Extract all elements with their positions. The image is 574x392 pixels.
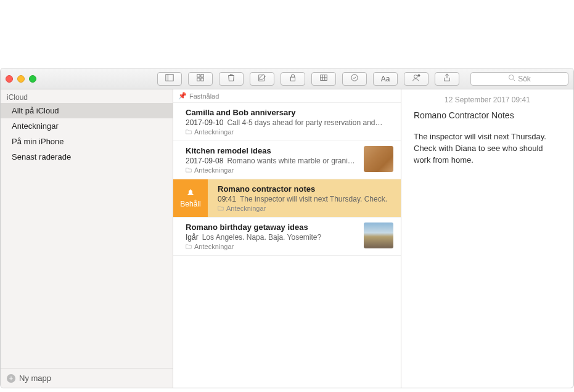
note-folder-line: Anteckningar — [186, 166, 359, 174]
share-icon — [443, 73, 451, 84]
note-subtitle: 2017-09-08Romano wants white marble or g… — [186, 157, 359, 165]
note-folder-line: Anteckningar — [218, 205, 393, 212]
plus-circle-icon: + — [7, 374, 15, 383]
note-snippet: Romano wants white marble or grani… — [227, 157, 355, 165]
note-item[interactable]: Camilla and Bob anniversary 2017-09-10Ca… — [173, 103, 401, 141]
app-window: Aa + Sök — [0, 68, 574, 388]
note-item-selected[interactable]: Behåll Romano contractor notes 09:41The … — [173, 179, 401, 218]
svg-rect-5 — [201, 78, 203, 81]
note-folder-line: Anteckningar — [186, 243, 359, 250]
pin-action-label: Behåll — [180, 200, 200, 208]
new-note-button[interactable] — [250, 72, 274, 86]
minimize-window-button[interactable] — [17, 75, 25, 83]
note-snippet: Los Angeles. Napa. Baja. Yosemite? — [202, 233, 321, 242]
sidebar: iCloud Allt på iCloud Anteckningar På mi… — [1, 89, 173, 388]
zoom-window-button[interactable] — [29, 75, 36, 83]
svg-rect-0 — [166, 75, 173, 81]
folder-notes[interactable]: Anteckningar — [1, 118, 173, 134]
gallery-view-button[interactable] — [188, 72, 213, 86]
table-icon — [319, 73, 328, 84]
note-editor[interactable]: 12 September 2017 09:41 Romano Contracto… — [401, 89, 573, 388]
editor-timestamp: 12 September 2017 09:41 — [414, 96, 561, 104]
search-icon — [508, 74, 515, 83]
note-snippet: Call 4-5 days ahead for party reservatio… — [227, 118, 382, 127]
note-thumbnail — [364, 223, 393, 248]
folder-label: Anteckningar — [12, 121, 59, 131]
window-controls — [6, 75, 36, 83]
lock-button[interactable] — [281, 72, 305, 86]
search-field[interactable]: Sök — [470, 72, 568, 86]
compose-icon — [258, 73, 266, 84]
toggle-sidebar-button[interactable] — [157, 72, 182, 86]
svg-line-17 — [513, 79, 515, 81]
note-folder-line: Anteckningar — [186, 128, 393, 136]
note-item[interactable]: Kitchen remodel ideas 2017-09-08Romano w… — [173, 141, 401, 179]
toolbar: Aa + Sök — [1, 68, 573, 89]
sidebar-icon — [165, 73, 174, 84]
note-snippet: The inspector will visit next Thursday. … — [240, 195, 387, 203]
new-folder-button[interactable]: + Ny mapp — [1, 368, 173, 388]
note-date: 2017-09-10 — [186, 118, 223, 127]
add-people-button[interactable]: + — [404, 72, 428, 86]
main-area: iCloud Allt på iCloud Anteckningar På mi… — [1, 89, 573, 388]
editor-title: Romano Contractor Notes — [414, 110, 561, 120]
share-button[interactable] — [435, 72, 459, 86]
pin-icon: 📌 — [178, 92, 187, 100]
svg-text:+: + — [418, 75, 419, 77]
note-item[interactable]: Romano birthday getaway ideas IgårLos An… — [173, 218, 401, 256]
pinned-section-label: Fastnålad — [189, 92, 219, 100]
note-folder-label: Anteckningar — [226, 205, 266, 212]
note-title: Romano contractor notes — [218, 184, 393, 194]
svg-point-16 — [509, 75, 514, 80]
grid-icon — [196, 73, 205, 84]
note-title: Romano birthday getaway ideas — [186, 223, 359, 232]
note-date: 2017-09-08 — [186, 157, 223, 165]
close-window-button[interactable] — [6, 75, 13, 83]
folder-icon — [186, 129, 192, 135]
format-text-icon: Aa — [381, 75, 390, 83]
search-placeholder: Sök — [518, 75, 531, 83]
svg-rect-7 — [291, 77, 295, 81]
folder-label: Allt på iCloud — [12, 106, 59, 115]
pin-swipe-action[interactable]: Behåll — [173, 179, 208, 217]
svg-rect-4 — [197, 78, 200, 81]
folder-icon — [186, 243, 192, 250]
table-button[interactable] — [311, 72, 336, 86]
pin-icon — [186, 189, 195, 198]
note-list: 📌 Fastnålad Camilla and Bob anniversary … — [173, 89, 401, 388]
folder-label: På min iPhone — [12, 137, 64, 146]
folder-icon — [218, 205, 224, 211]
delete-button[interactable] — [219, 72, 244, 86]
format-button[interactable]: Aa — [373, 72, 398, 86]
lock-icon — [289, 73, 297, 84]
folder-all-icloud[interactable]: Allt på iCloud — [1, 103, 173, 118]
note-subtitle: IgårLos Angeles. Napa. Baja. Yosemite? — [186, 233, 359, 242]
note-date: 09:41 — [218, 195, 236, 203]
note-subtitle: 2017-09-10Call 4-5 days ahead for party … — [186, 118, 393, 127]
note-title: Kitchen remodel ideas — [186, 146, 359, 155]
note-thumbnail — [364, 146, 393, 172]
svg-point-13 — [414, 75, 417, 78]
trash-icon — [227, 73, 236, 84]
note-subtitle: 09:41The inspector will visit next Thurs… — [218, 195, 393, 203]
note-title: Camilla and Bob anniversary — [186, 108, 393, 117]
folder-recently-deleted[interactable]: Senast raderade — [1, 149, 173, 165]
checklist-icon — [350, 73, 359, 84]
sidebar-account-label: iCloud — [1, 89, 173, 103]
note-date: Igår — [186, 233, 199, 242]
folder-icon — [186, 167, 192, 173]
folder-label: Senast raderade — [12, 152, 71, 161]
new-folder-label: Ny mapp — [19, 374, 51, 383]
folder-on-my-iphone[interactable]: På min iPhone — [1, 134, 173, 149]
toolbar-buttons: Aa + — [157, 72, 465, 86]
note-folder-label: Anteckningar — [194, 243, 234, 250]
checklist-button[interactable] — [342, 72, 367, 86]
note-folder-label: Anteckningar — [194, 128, 234, 136]
editor-body: The inspector will visit next Thursday. … — [414, 131, 561, 166]
add-person-icon: + — [412, 73, 420, 84]
svg-rect-2 — [197, 75, 200, 77]
svg-point-12 — [351, 75, 358, 81]
note-folder-label: Anteckningar — [194, 166, 234, 174]
svg-rect-3 — [201, 75, 203, 77]
pinned-section-header: 📌 Fastnålad — [173, 89, 401, 103]
